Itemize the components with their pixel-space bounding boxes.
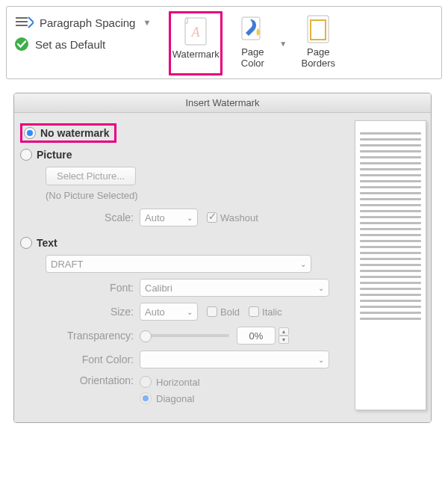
scale-label: Scale: [46, 212, 140, 223]
page-borders-button[interactable]: Page Borders [291, 11, 345, 75]
size-label: Size: [46, 306, 140, 318]
watermark-text-value: DRAFT [51, 259, 83, 270]
chevron-down-icon: ⌄ [300, 260, 306, 268]
text-radio[interactable] [20, 237, 32, 249]
svg-point-3 [15, 37, 28, 51]
font-label: Font: [46, 282, 140, 294]
watermark-preview [355, 120, 426, 410]
no-watermark-label: No watermark [40, 127, 110, 139]
ribbon-right-group: A Watermark Page Color ▼ [169, 11, 345, 75]
transparency-stepper[interactable]: ▴▾ [279, 327, 289, 344]
washout-checkbox[interactable] [207, 212, 217, 223]
dialog-controls: No watermark Picture Select Picture... (… [20, 120, 355, 410]
washout-label: Washout [220, 212, 258, 223]
font-color-label: Font Color: [46, 354, 140, 365]
page-borders-icon [305, 14, 331, 44]
chevron-down-icon: ⌄ [318, 356, 324, 364]
chevron-down-icon: ⌄ [187, 308, 193, 316]
page-color-button[interactable]: Page Color [225, 11, 279, 71]
watermark-text-combo[interactable]: DRAFT ⌄ [46, 255, 311, 273]
size-combo[interactable]: Auto ⌄ [140, 303, 198, 321]
paragraph-spacing-button[interactable]: Paragraph Spacing ▼ [14, 16, 151, 29]
orientation-horizontal-label: Horizontal [156, 377, 200, 388]
orientation-diagonal-radio[interactable] [140, 392, 152, 404]
dialog-title: Insert Watermark [14, 93, 431, 113]
no-watermark-highlight: No watermark [20, 123, 116, 143]
transparency-value[interactable]: 0% [237, 327, 276, 345]
font-combo[interactable]: Calibri ⌄ [140, 279, 329, 297]
transparency-slider[interactable] [140, 334, 229, 337]
picture-radio[interactable] [20, 149, 32, 161]
insert-watermark-dialog: Insert Watermark No watermark Picture Se… [13, 93, 432, 423]
no-watermark-radio[interactable] [24, 127, 36, 139]
set-as-default-label: Set as Default [35, 38, 105, 51]
watermark-icon: A [183, 16, 208, 46]
paragraph-spacing-icon [14, 16, 34, 29]
paragraph-spacing-label: Paragraph Spacing [40, 16, 135, 29]
italic-label: Italic [262, 306, 282, 318]
orientation-horizontal-radio[interactable] [140, 376, 152, 388]
orientation-diagonal-label: Diagonal [156, 393, 194, 404]
page-color-icon [240, 14, 265, 44]
scale-combo[interactable]: Auto ⌄ [140, 209, 198, 226]
ribbon-design-section: Paragraph Spacing ▼ Set as Default A [6, 6, 442, 79]
picture-status-text: (No Picture Selected) [46, 190, 347, 201]
picture-label: Picture [37, 149, 72, 161]
watermark-button[interactable]: A Watermark [169, 11, 223, 75]
chevron-down-icon: ▼ [143, 18, 151, 27]
bold-checkbox[interactable] [207, 306, 217, 317]
page-borders-label: Page Borders [296, 47, 340, 70]
orientation-label: Orientation: [46, 374, 140, 386]
watermark-label: Watermark [172, 49, 220, 72]
chevron-down-icon[interactable]: ▼ [279, 40, 287, 48]
chevron-down-icon: ⌄ [187, 214, 193, 222]
bold-label: Bold [220, 306, 240, 318]
transparency-label: Transparency: [46, 330, 140, 342]
chevron-down-icon: ⌄ [318, 284, 324, 292]
scale-value: Auto [145, 212, 165, 223]
svg-text:A: A [191, 25, 201, 40]
ribbon-left-group: Paragraph Spacing ▼ Set as Default [14, 11, 166, 52]
select-picture-button[interactable]: Select Picture... [46, 167, 136, 185]
size-value: Auto [145, 306, 165, 318]
italic-checkbox[interactable] [249, 306, 259, 317]
font-color-combo[interactable]: ⌄ [140, 351, 329, 368]
text-option-label: Text [37, 237, 57, 249]
set-as-default-button[interactable]: Set as Default [14, 37, 151, 52]
check-circle-icon [14, 37, 29, 52]
page-color-label: Page Color [230, 47, 275, 70]
font-value: Calibri [145, 283, 172, 294]
